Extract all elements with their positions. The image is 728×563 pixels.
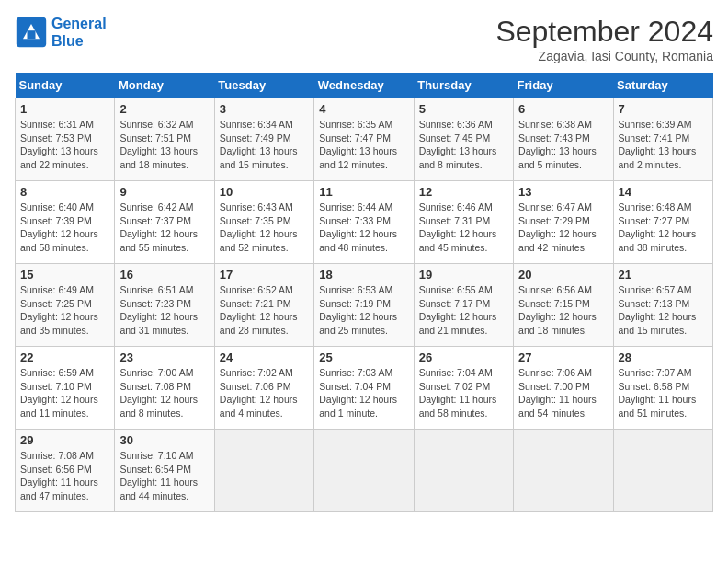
day-info: Sunrise: 7:06 AMSunset: 7:00 PMDaylight:… <box>518 366 608 420</box>
calendar-cell: 23Sunrise: 7:00 AMSunset: 7:08 PMDayligh… <box>115 347 214 430</box>
day-info: Sunrise: 6:57 AMSunset: 7:13 PMDaylight:… <box>619 283 708 338</box>
calendar-cell: 8Sunrise: 6:40 AMSunset: 7:39 PMDaylight… <box>16 181 115 264</box>
day-info: Sunrise: 6:55 AMSunset: 7:17 PMDaylight:… <box>419 283 508 338</box>
weekday-header-tuesday: Tuesday <box>214 73 313 98</box>
day-number: 10 <box>220 185 309 199</box>
calendar-cell: 2Sunrise: 6:32 AMSunset: 7:51 PMDaylight… <box>115 98 214 181</box>
day-info: Sunrise: 6:44 AMSunset: 7:33 PMDaylight:… <box>319 201 408 255</box>
day-number: 6 <box>518 102 608 116</box>
day-number: 2 <box>119 102 209 116</box>
calendar-cell: 27Sunrise: 7:06 AMSunset: 7:00 PMDayligh… <box>514 347 613 430</box>
calendar-cell: 13Sunrise: 6:47 AMSunset: 7:29 PMDayligh… <box>514 181 613 264</box>
day-info: Sunrise: 6:52 AMSunset: 7:21 PMDaylight:… <box>220 283 309 338</box>
weekday-header-friday: Friday <box>514 73 613 98</box>
calendar-cell: 17Sunrise: 6:52 AMSunset: 7:21 PMDayligh… <box>214 264 313 347</box>
day-info: Sunrise: 6:35 AMSunset: 7:47 PMDaylight:… <box>319 118 408 172</box>
calendar-cell <box>214 430 313 512</box>
logo: General Blue <box>15 15 107 50</box>
day-number: 11 <box>319 185 408 199</box>
weekday-header-sunday: Sunday <box>16 73 115 98</box>
calendar-cell <box>314 430 414 512</box>
calendar-cell: 11Sunrise: 6:44 AMSunset: 7:33 PMDayligh… <box>314 181 414 264</box>
day-number: 16 <box>119 268 209 282</box>
weekday-header-wednesday: Wednesday <box>314 73 414 98</box>
day-info: Sunrise: 6:40 AMSunset: 7:39 PMDaylight:… <box>20 201 109 255</box>
day-number: 14 <box>619 185 708 199</box>
day-info: Sunrise: 6:56 AMSunset: 7:15 PMDaylight:… <box>518 283 608 338</box>
day-info: Sunrise: 6:47 AMSunset: 7:29 PMDaylight:… <box>518 201 608 255</box>
calendar-cell: 18Sunrise: 6:53 AMSunset: 7:19 PMDayligh… <box>314 264 414 347</box>
day-number: 21 <box>619 268 708 282</box>
day-info: Sunrise: 6:51 AMSunset: 7:23 PMDaylight:… <box>119 283 209 338</box>
day-info: Sunrise: 6:31 AMSunset: 7:53 PMDaylight:… <box>20 118 109 172</box>
day-info: Sunrise: 7:08 AMSunset: 6:56 PMDaylight:… <box>20 449 109 503</box>
calendar-cell: 7Sunrise: 6:39 AMSunset: 7:41 PMDaylight… <box>613 98 712 181</box>
weekday-header-saturday: Saturday <box>613 73 712 98</box>
day-number: 5 <box>419 102 508 116</box>
calendar-cell: 10Sunrise: 6:43 AMSunset: 7:35 PMDayligh… <box>214 181 313 264</box>
day-info: Sunrise: 7:04 AMSunset: 7:02 PMDaylight:… <box>419 366 508 420</box>
day-info: Sunrise: 7:03 AMSunset: 7:04 PMDaylight:… <box>319 366 408 420</box>
calendar-cell: 20Sunrise: 6:56 AMSunset: 7:15 PMDayligh… <box>514 264 613 347</box>
day-number: 15 <box>20 268 109 282</box>
day-number: 23 <box>119 350 209 364</box>
day-info: Sunrise: 6:38 AMSunset: 7:43 PMDaylight:… <box>518 118 608 172</box>
day-number: 29 <box>20 433 109 447</box>
day-info: Sunrise: 6:34 AMSunset: 7:49 PMDaylight:… <box>220 118 309 172</box>
calendar-cell: 19Sunrise: 6:55 AMSunset: 7:17 PMDayligh… <box>414 264 513 347</box>
day-info: Sunrise: 7:07 AMSunset: 6:58 PMDaylight:… <box>619 366 708 420</box>
svg-rect-2 <box>28 30 36 39</box>
calendar-cell: 28Sunrise: 7:07 AMSunset: 6:58 PMDayligh… <box>613 347 712 430</box>
calendar-cell: 21Sunrise: 6:57 AMSunset: 7:13 PMDayligh… <box>613 264 712 347</box>
day-info: Sunrise: 6:42 AMSunset: 7:37 PMDaylight:… <box>119 201 209 255</box>
day-number: 12 <box>419 185 508 199</box>
day-number: 19 <box>419 268 508 282</box>
day-info: Sunrise: 7:02 AMSunset: 7:06 PMDaylight:… <box>220 366 309 420</box>
day-number: 24 <box>220 350 309 364</box>
day-number: 22 <box>20 350 109 364</box>
day-number: 17 <box>220 268 309 282</box>
day-number: 8 <box>20 185 109 199</box>
calendar-cell: 1Sunrise: 6:31 AMSunset: 7:53 PMDaylight… <box>16 98 115 181</box>
weekday-header-thursday: Thursday <box>414 73 513 98</box>
day-number: 1 <box>20 102 109 116</box>
day-number: 4 <box>319 102 408 116</box>
calendar-cell: 22Sunrise: 6:59 AMSunset: 7:10 PMDayligh… <box>16 347 115 430</box>
calendar-cell: 24Sunrise: 7:02 AMSunset: 7:06 PMDayligh… <box>214 347 313 430</box>
calendar-cell: 5Sunrise: 6:36 AMSunset: 7:45 PMDaylight… <box>414 98 513 181</box>
calendar-cell: 16Sunrise: 6:51 AMSunset: 7:23 PMDayligh… <box>115 264 214 347</box>
logo-text: General Blue <box>51 15 107 50</box>
day-number: 25 <box>319 350 408 364</box>
day-info: Sunrise: 6:32 AMSunset: 7:51 PMDaylight:… <box>119 118 209 172</box>
day-number: 26 <box>419 350 508 364</box>
calendar-cell <box>613 430 712 512</box>
day-number: 13 <box>518 185 608 199</box>
title-block: September 2024 Zagavia, Iasi County, Rom… <box>495 15 713 63</box>
calendar-cell: 30Sunrise: 7:10 AMSunset: 6:54 PMDayligh… <box>115 430 214 512</box>
day-info: Sunrise: 6:46 AMSunset: 7:31 PMDaylight:… <box>419 201 508 255</box>
calendar-cell <box>414 430 513 512</box>
day-info: Sunrise: 6:53 AMSunset: 7:19 PMDaylight:… <box>319 283 408 338</box>
day-number: 7 <box>619 102 708 116</box>
logo-icon <box>15 16 48 49</box>
day-number: 27 <box>518 350 608 364</box>
day-info: Sunrise: 6:59 AMSunset: 7:10 PMDaylight:… <box>20 366 109 420</box>
location-subtitle: Zagavia, Iasi County, Romania <box>495 49 713 63</box>
day-number: 30 <box>119 433 209 447</box>
day-number: 18 <box>319 268 408 282</box>
calendar-cell: 6Sunrise: 6:38 AMSunset: 7:43 PMDaylight… <box>514 98 613 181</box>
day-info: Sunrise: 6:39 AMSunset: 7:41 PMDaylight:… <box>619 118 708 172</box>
calendar-cell: 14Sunrise: 6:48 AMSunset: 7:27 PMDayligh… <box>613 181 712 264</box>
calendar-cell: 12Sunrise: 6:46 AMSunset: 7:31 PMDayligh… <box>414 181 513 264</box>
day-number: 28 <box>619 350 708 364</box>
calendar-cell: 4Sunrise: 6:35 AMSunset: 7:47 PMDaylight… <box>314 98 414 181</box>
calendar-cell: 15Sunrise: 6:49 AMSunset: 7:25 PMDayligh… <box>16 264 115 347</box>
day-number: 9 <box>119 185 209 199</box>
calendar-cell: 3Sunrise: 6:34 AMSunset: 7:49 PMDaylight… <box>214 98 313 181</box>
calendar-cell: 26Sunrise: 7:04 AMSunset: 7:02 PMDayligh… <box>414 347 513 430</box>
day-info: Sunrise: 6:36 AMSunset: 7:45 PMDaylight:… <box>419 118 508 172</box>
calendar-cell <box>514 430 613 512</box>
page-header: General Blue September 2024 Zagavia, Ias… <box>15 15 713 63</box>
calendar-cell: 9Sunrise: 6:42 AMSunset: 7:37 PMDaylight… <box>115 181 214 264</box>
weekday-header-monday: Monday <box>115 73 214 98</box>
